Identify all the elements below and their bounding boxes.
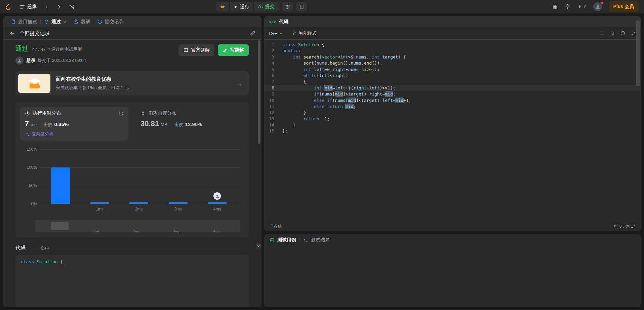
problem-bank-link[interactable]: 题库: [19, 4, 37, 10]
runtime-unit: ms: [31, 122, 36, 127]
plus-member-button[interactable]: Plus 会员: [609, 1, 639, 12]
back-arrow-icon[interactable]: [9, 30, 15, 36]
test-result-label: 测试结果: [311, 237, 330, 243]
leetcode-logo-icon[interactable]: [5, 3, 12, 10]
editor-statusbar: 已存储 行 8，列 17: [264, 221, 641, 231]
cursor-position: 行 8，列 17: [614, 224, 635, 229]
runtime-bar[interactable]: [208, 202, 227, 204]
student-promo-banner[interactable]: 面向在校学生的教育优惠 完成认证享 7 折 Plus 会员，日均 1 元 →: [15, 71, 249, 95]
saved-status: 已存储: [270, 224, 282, 229]
runtime-bar[interactable]: [90, 202, 109, 204]
top-navbar: 题库: [0, 0, 644, 13]
submit-button[interactable]: 提交: [254, 2, 279, 11]
author-name: 悬溺: [26, 57, 35, 64]
shuffle-icon[interactable]: [69, 4, 75, 10]
note-icon: [299, 4, 304, 9]
lock-icon: [292, 31, 297, 36]
navbar-center: 运行 提交: [216, 0, 307, 13]
run-button[interactable]: 运行: [230, 2, 254, 11]
smart-mode-toggle[interactable]: 智能模式: [292, 30, 317, 36]
console-panel: 测试用例 测试结果: [264, 234, 641, 307]
timer-button[interactable]: [282, 2, 293, 11]
tab-submissions[interactable]: 提交记录: [94, 16, 127, 27]
settings-gear-icon[interactable]: [565, 4, 570, 10]
runtime-chart-plot[interactable]: 150%100%50%0%1ms2ms3ms4ms: [40, 149, 240, 204]
document-icon: [11, 19, 16, 24]
runtime-bar[interactable]: [51, 167, 70, 204]
tab-description-label: 题目描述: [18, 19, 37, 25]
user-position-marker[interactable]: [213, 192, 221, 200]
official-solution-button[interactable]: 官方题解: [178, 44, 214, 56]
next-problem-icon[interactable]: [56, 4, 62, 9]
code-section-label: 代码: [15, 245, 26, 251]
right-column: </> 代码 C++: [264, 16, 641, 307]
chart-minimap[interactable]: 1ms2ms3ms4ms: [35, 220, 240, 232]
checklist-icon: [270, 238, 275, 243]
expand-icon[interactable]: [631, 31, 636, 36]
debug-button[interactable]: [216, 2, 230, 11]
stats-card: 执行用时分布 7 ms: [15, 102, 249, 237]
format-code-icon[interactable]: [599, 31, 604, 36]
promo-arrow-icon[interactable]: →: [236, 80, 242, 87]
run-label: 运行: [240, 4, 249, 10]
scroll-down-button[interactable]: [256, 243, 261, 248]
cloud-upload-icon: [258, 4, 263, 9]
write-solution-label: 写题解: [230, 47, 244, 53]
notes-button[interactable]: [296, 2, 307, 11]
book-icon: [183, 47, 189, 53]
refresh-icon: [44, 19, 49, 24]
editor-lines[interactable]: 1class Solution {2public:3 int search(ve…: [264, 40, 641, 221]
editor-scrollbar[interactable]: [636, 20, 640, 86]
testcase-label: 测试用例: [277, 237, 296, 243]
clock-icon: [25, 111, 30, 116]
divider: [33, 246, 33, 250]
play-icon: [234, 5, 238, 9]
write-solution-button[interactable]: 写题解: [218, 44, 249, 56]
tab-close-icon[interactable]: ×: [64, 19, 67, 24]
alarm-icon: [285, 4, 290, 9]
left-panel-scrollbar[interactable]: [258, 40, 260, 144]
run-submit-group: 运行 提交: [216, 2, 279, 11]
promo-title: 面向在校学生的教育优惠: [56, 76, 129, 82]
tab-testcase[interactable]: 测试用例: [270, 237, 296, 243]
reset-code-icon[interactable]: [620, 31, 626, 36]
runtime-beats-value: 0.35%: [54, 121, 69, 127]
memory-title: 消耗内存分布: [148, 110, 176, 116]
runtime-value: 7: [25, 119, 29, 128]
code-preview[interactable]: class Solution {: [15, 255, 249, 307]
code-brackets-icon: </>: [269, 20, 276, 24]
tab-accepted[interactable]: 通过 ×: [41, 16, 70, 27]
code-section-header: 代码 C++: [15, 245, 249, 251]
runtime-bar[interactable]: [169, 202, 188, 204]
promo-subtitle: 完成认证享 7 折 Plus 会员，日均 1 元: [56, 85, 129, 91]
navbar-right: 0 Plus 会员: [552, 1, 639, 12]
user-avatar[interactable]: [593, 2, 602, 11]
tab-separator: [299, 238, 300, 242]
memory-value: 30.81: [140, 119, 159, 128]
runtime-bar[interactable]: [129, 202, 148, 204]
minimap-thumb[interactable]: [51, 222, 69, 230]
notification-dot: [601, 2, 603, 4]
submit-label: 提交: [265, 4, 275, 10]
info-icon[interactable]: [119, 111, 124, 116]
bookmark-icon[interactable]: [610, 31, 615, 36]
divider: [40, 121, 40, 126]
memory-stat[interactable]: 消耗内存分布 30.81 MB 击败 12.90%: [140, 107, 202, 141]
code-editor-panel: </> 代码 C++: [264, 16, 641, 231]
streak-counter[interactable]: 0: [577, 4, 586, 9]
official-solution-label: 官方题解: [191, 47, 210, 53]
runtime-stat-box[interactable]: 执行用时分布 7 ms: [20, 107, 128, 141]
tab-test-result[interactable]: 测试结果: [303, 237, 330, 243]
tab-solutions-label: 题解: [81, 19, 90, 25]
list-icon: [19, 4, 25, 10]
left-panel: 题目描述 通过 ×: [3, 16, 261, 307]
copy-link-icon[interactable]: [250, 31, 255, 36]
complexity-analysis-link[interactable]: 复杂度分析: [25, 131, 124, 137]
history-icon: [97, 19, 103, 24]
tab-description[interactable]: 题目描述: [7, 16, 40, 27]
tab-solutions[interactable]: 题解: [70, 16, 94, 27]
tab-submissions-label: 提交记录: [105, 19, 124, 25]
apps-grid-icon[interactable]: [552, 4, 558, 10]
language-select[interactable]: C++: [269, 31, 283, 36]
prev-problem-icon[interactable]: [44, 4, 49, 9]
